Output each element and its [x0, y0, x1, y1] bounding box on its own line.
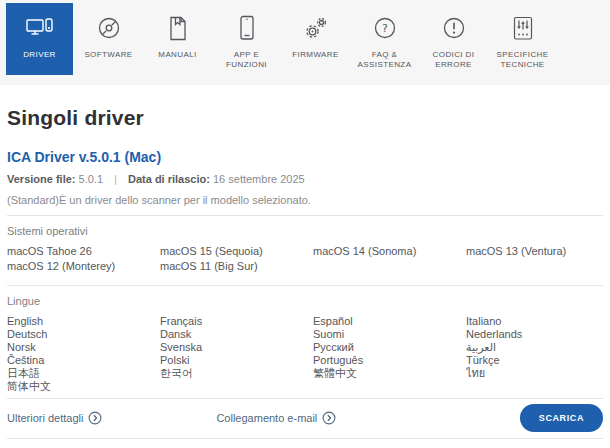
language-item: Italiano — [466, 315, 603, 328]
language-item: Suomi — [313, 328, 466, 341]
language-item: Čeština — [7, 354, 160, 367]
language-item: Español — [313, 315, 466, 328]
language-item: Français — [160, 315, 313, 328]
os-item: macOS 15 (Sequoia) — [160, 245, 313, 258]
language-item: Nederlands — [466, 328, 603, 341]
tab-label: APP E FUNZIONI — [213, 50, 280, 70]
tab-faq-assistenza[interactable]: ? FAQ & ASSISTENZA — [351, 3, 418, 75]
language-item: العربية — [466, 341, 603, 354]
chevron-right-circle-icon — [88, 411, 102, 425]
gears-icon — [302, 10, 330, 46]
question-circle-icon: ? — [372, 10, 398, 46]
tablet-icon — [235, 10, 259, 46]
more-details-label: Ulteriori dettagli — [7, 412, 83, 424]
language-item: Português — [313, 354, 466, 367]
tab-label: DRIVER — [21, 50, 58, 60]
sliders-icon — [511, 10, 535, 46]
release-date-label: Data di rilascio: — [128, 173, 210, 185]
more-details-link[interactable]: Ulteriori dettagli — [7, 411, 102, 425]
file-version-value: 5.0.1 — [79, 173, 103, 185]
os-item: macOS 11 (Big Sur) — [160, 260, 313, 273]
divider — [7, 215, 603, 216]
language-item: 日本語 — [7, 367, 160, 380]
language-item: Türkçe — [466, 354, 603, 367]
monitor-device-icon — [25, 10, 55, 46]
tab-label: SOFTWARE — [82, 50, 134, 60]
driver-link[interactable]: ICA Driver v.5.0.1 (Mac) — [7, 149, 161, 165]
os-item: macOS 13 (Ventura) — [466, 245, 603, 258]
email-link-label: Collegamento e-mail — [216, 412, 317, 424]
language-item: Dansk — [160, 328, 313, 341]
language-item: 简体中文 — [7, 380, 160, 393]
chevron-right-circle-icon — [322, 411, 336, 425]
disc-icon — [96, 10, 122, 46]
tab-app-e-funzioni[interactable]: APP E FUNZIONI — [213, 3, 280, 75]
language-item: 한국어 — [160, 367, 313, 380]
divider — [7, 438, 603, 439]
page-title: Singoli driver — [7, 106, 603, 130]
os-section-label: Sistemi operativi — [7, 225, 603, 237]
tab-label: FIRMWARE — [290, 50, 340, 60]
languages-grid: English Français Español Italiano Deutsc… — [7, 315, 603, 393]
tab-software[interactable]: SOFTWARE — [75, 3, 142, 75]
tab-manuali[interactable]: MANUALI — [144, 3, 211, 75]
tab-codici-errore[interactable]: CODICI DI ERRORE — [420, 3, 487, 75]
divider — [7, 285, 603, 286]
tab-label: MANUALI — [156, 50, 198, 60]
os-item: macOS 14 (Sonoma) — [313, 245, 466, 258]
os-item: macOS Tahoe 26 — [7, 245, 160, 258]
file-version-label: Versione file: — [7, 173, 75, 185]
language-item: English — [7, 315, 160, 328]
language-item: Polski — [160, 354, 313, 367]
language-item: ไทย — [466, 367, 603, 380]
language-item: Deutsch — [7, 328, 160, 341]
tab-driver[interactable]: DRIVER — [6, 3, 73, 75]
tab-specifiche-tecniche[interactable]: SPECIFICHE TECNICHE — [489, 3, 556, 75]
os-item: macOS 12 (Monterey) — [7, 260, 160, 273]
svg-text:?: ? — [382, 22, 388, 35]
email-link[interactable]: Collegamento e-mail — [216, 411, 336, 425]
language-item: Norsk — [7, 341, 160, 354]
download-button[interactable]: SCARICA — [520, 404, 603, 432]
os-grid: macOS Tahoe 26 macOS 15 (Sequoia) macOS … — [7, 245, 603, 273]
meta-separator: | — [114, 173, 117, 185]
driver-page-content: Singoli driver ICA Driver v.5.0.1 (Mac) … — [0, 85, 610, 439]
exclamation-circle-icon — [441, 10, 467, 46]
languages-section-label: Lingue — [7, 295, 603, 307]
driver-meta: Versione file: 5.0.1 | Data di rilascio:… — [7, 173, 603, 185]
tab-label: FAQ & ASSISTENZA — [351, 50, 418, 70]
driver-description: (Standard)È un driver dello scanner per … — [7, 194, 603, 206]
document-bookmark-icon — [166, 10, 190, 46]
driver-actions-bar: Ulteriori dettagli Collegamento e-mail S… — [7, 399, 603, 438]
language-item: Русский — [313, 341, 466, 354]
release-date-value: 16 settembre 2025 — [213, 173, 305, 185]
language-item: 繁體中文 — [313, 367, 466, 380]
tab-label: CODICI DI ERRORE — [420, 50, 487, 70]
category-tab-bar: DRIVER SOFTWARE MANUALI — [0, 0, 610, 85]
tab-firmware[interactable]: FIRMWARE — [282, 3, 349, 75]
tab-label: SPECIFICHE TECNICHE — [489, 50, 556, 70]
language-item: Svenska — [160, 341, 313, 354]
